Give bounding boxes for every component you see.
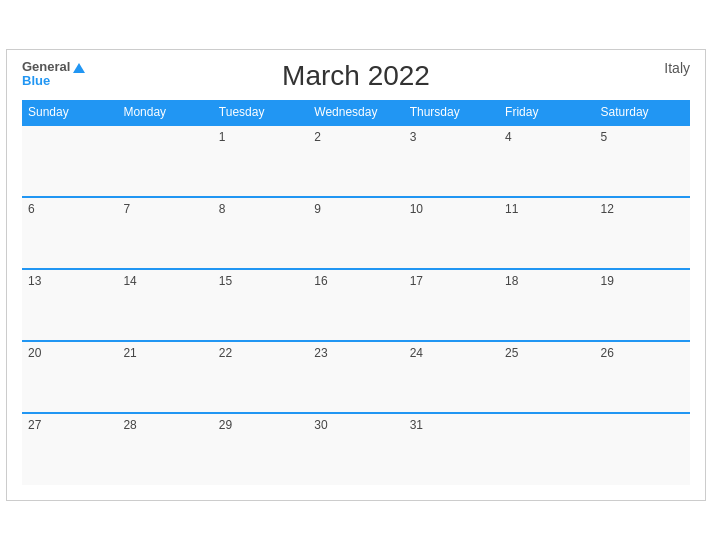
day-cell-25: 25 [499,341,594,413]
day-cell-19: 19 [595,269,690,341]
day-number-14: 14 [123,274,136,288]
day-number-19: 19 [601,274,614,288]
day-cell-13: 13 [22,269,117,341]
day-number-7: 7 [123,202,130,216]
week-row-3: 13141516171819 [22,269,690,341]
day-number-9: 9 [314,202,321,216]
day-number-26: 26 [601,346,614,360]
day-number-20: 20 [28,346,41,360]
day-number-17: 17 [410,274,423,288]
calendar-table: Sunday Monday Tuesday Wednesday Thursday… [22,100,690,485]
day-cell-11: 11 [499,197,594,269]
day-cell-22: 22 [213,341,308,413]
day-cell-29: 29 [213,413,308,485]
weekday-header-row: Sunday Monday Tuesday Wednesday Thursday… [22,100,690,125]
day-cell-6: 6 [22,197,117,269]
header-monday: Monday [117,100,212,125]
day-cell-12: 12 [595,197,690,269]
logo: General Blue [22,60,85,89]
calendar-body: 1234567891011121314151617181920212223242… [22,125,690,485]
day-number-4: 4 [505,130,512,144]
logo-triangle-icon [73,63,85,73]
day-number-24: 24 [410,346,423,360]
day-number-13: 13 [28,274,41,288]
day-cell-24: 24 [404,341,499,413]
day-cell-3: 3 [404,125,499,197]
calendar-header: General Blue March 2022 Italy [22,60,690,92]
logo-general-text: General [22,60,85,74]
day-number-18: 18 [505,274,518,288]
empty-cell-w4-d5 [499,413,594,485]
day-number-23: 23 [314,346,327,360]
day-number-31: 31 [410,418,423,432]
day-number-30: 30 [314,418,327,432]
header-saturday: Saturday [595,100,690,125]
day-number-1: 1 [219,130,226,144]
day-number-15: 15 [219,274,232,288]
day-cell-8: 8 [213,197,308,269]
empty-cell-w0-d1 [117,125,212,197]
day-number-29: 29 [219,418,232,432]
header-friday: Friday [499,100,594,125]
day-cell-31: 31 [404,413,499,485]
day-number-16: 16 [314,274,327,288]
day-cell-2: 2 [308,125,403,197]
header-sunday: Sunday [22,100,117,125]
week-row-5: 2728293031 [22,413,690,485]
day-number-27: 27 [28,418,41,432]
week-row-4: 20212223242526 [22,341,690,413]
day-cell-5: 5 [595,125,690,197]
calendar-title: March 2022 [22,60,690,92]
week-row-1: 12345 [22,125,690,197]
day-cell-26: 26 [595,341,690,413]
day-cell-28: 28 [117,413,212,485]
empty-cell-w0-d0 [22,125,117,197]
day-cell-9: 9 [308,197,403,269]
calendar: General Blue March 2022 Italy Sunday Mon… [6,49,706,501]
header-thursday: Thursday [404,100,499,125]
day-cell-18: 18 [499,269,594,341]
header-wednesday: Wednesday [308,100,403,125]
day-number-6: 6 [28,202,35,216]
day-cell-7: 7 [117,197,212,269]
day-number-12: 12 [601,202,614,216]
day-cell-10: 10 [404,197,499,269]
day-number-11: 11 [505,202,518,216]
country-label: Italy [664,60,690,76]
logo-blue-text: Blue [22,74,85,88]
day-cell-15: 15 [213,269,308,341]
header-tuesday: Tuesday [213,100,308,125]
day-number-10: 10 [410,202,423,216]
day-cell-14: 14 [117,269,212,341]
day-cell-16: 16 [308,269,403,341]
day-cell-30: 30 [308,413,403,485]
day-cell-1: 1 [213,125,308,197]
day-number-22: 22 [219,346,232,360]
day-cell-17: 17 [404,269,499,341]
day-number-25: 25 [505,346,518,360]
empty-cell-w4-d6 [595,413,690,485]
day-number-8: 8 [219,202,226,216]
day-cell-20: 20 [22,341,117,413]
day-cell-4: 4 [499,125,594,197]
day-number-3: 3 [410,130,417,144]
day-cell-27: 27 [22,413,117,485]
week-row-2: 6789101112 [22,197,690,269]
day-number-2: 2 [314,130,321,144]
day-number-5: 5 [601,130,608,144]
calendar-thead: Sunday Monday Tuesday Wednesday Thursday… [22,100,690,125]
day-number-28: 28 [123,418,136,432]
day-cell-23: 23 [308,341,403,413]
day-cell-21: 21 [117,341,212,413]
day-number-21: 21 [123,346,136,360]
